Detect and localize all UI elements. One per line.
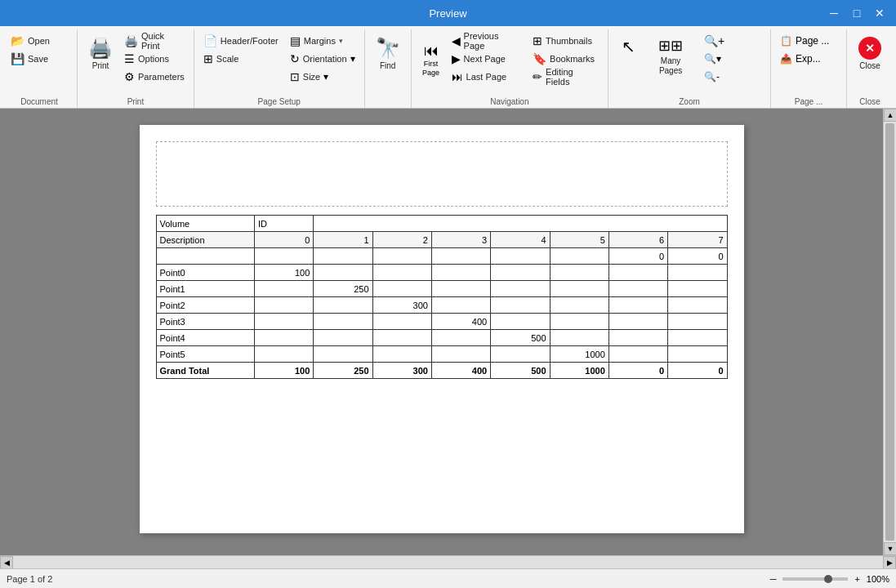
quick-print-icon: 🖨️ xyxy=(124,34,138,47)
previous-page-icon: ◀ xyxy=(452,34,461,47)
table-row: Point5 1000 xyxy=(156,346,727,363)
table-cell xyxy=(668,314,727,330)
print-icon: 🖨️ xyxy=(88,37,113,60)
scroll-up-button[interactable]: ▲ xyxy=(884,109,896,122)
restore-button[interactable]: □ xyxy=(847,4,867,22)
previous-page-button[interactable]: ◀ Previous Page xyxy=(448,33,525,49)
thumbnails-button[interactable]: ⊞ Thumbnails xyxy=(528,33,603,49)
editing-fields-button[interactable]: ✏ Editing Fields xyxy=(528,69,603,85)
table-cell: 0 xyxy=(255,232,314,248)
table-cell xyxy=(431,265,490,281)
table-cell xyxy=(255,248,314,265)
find-button[interactable]: 🔭 Find xyxy=(370,33,406,87)
margins-button[interactable]: ▤ Margins ▾ xyxy=(286,33,359,49)
zoom-slider-thumb[interactable] xyxy=(824,575,832,583)
previous-page-label: Previous Page xyxy=(464,31,521,51)
table-cell: 3 xyxy=(431,232,490,248)
scroll-left-button[interactable]: ◀ xyxy=(0,556,13,569)
table-cell: ID xyxy=(255,216,314,232)
print-button[interactable]: 🖨️ Print xyxy=(82,33,118,87)
table-row: Point2 300 xyxy=(156,297,727,314)
save-button[interactable]: 💾 Save xyxy=(7,51,72,67)
table-cell: 0 xyxy=(608,363,667,379)
table-cell: Grand Total xyxy=(156,363,255,379)
zoom-in-button[interactable]: 🔍+ xyxy=(700,33,765,49)
parameters-button[interactable]: ⚙ Parameters xyxy=(120,69,189,85)
cursor-icon: ↖ xyxy=(622,37,635,56)
scroll-down-button[interactable]: ▼ xyxy=(884,542,896,555)
scroll-right-button[interactable]: ▶ xyxy=(883,556,896,569)
table-cell xyxy=(550,297,608,314)
open-button[interactable]: 📂 Open xyxy=(7,33,72,49)
header-footer-button[interactable]: 📄 Header/Footer xyxy=(199,33,283,49)
table-cell xyxy=(668,281,727,297)
table-cell xyxy=(314,330,372,346)
first-page-button[interactable]: ⏮ FirstPage xyxy=(417,33,446,87)
last-page-button[interactable]: ⏭ Last Page xyxy=(448,69,525,85)
close-label: Close xyxy=(859,61,880,71)
table-cell xyxy=(314,216,727,232)
zoom-items: ↖ ⊞⊞ Many Pages 🔍+ 🔍▾ 🔍- xyxy=(613,31,765,96)
many-pages-label: Many Pages xyxy=(649,56,693,76)
table-cell xyxy=(550,330,608,346)
scale-button[interactable]: ⊞ Scale xyxy=(199,51,283,67)
table-cell: 0 xyxy=(668,248,727,265)
zoom-out-button[interactable]: 🔍- xyxy=(700,69,765,85)
options-button[interactable]: ☰ Options xyxy=(120,51,189,67)
zoom-level: 100% xyxy=(867,574,889,584)
table-cell: 100 xyxy=(255,265,314,281)
scale-icon: ⊞ xyxy=(203,52,213,65)
table-cell: 0 xyxy=(668,363,727,379)
table-cell xyxy=(608,281,667,297)
options-icon: ☰ xyxy=(124,52,135,65)
table-cell xyxy=(372,265,431,281)
first-page-label: FirstPage xyxy=(422,60,439,78)
zoom-minus-button[interactable]: ─ xyxy=(770,574,777,584)
orientation-button[interactable]: ↻ Orientation ▾ xyxy=(286,51,359,67)
export-btn[interactable]: 📤 Exp... xyxy=(776,51,841,67)
scroll-thumb[interactable] xyxy=(885,123,894,541)
export-label: Exp... xyxy=(796,53,821,65)
zoom-group: ↖ ⊞⊞ Many Pages 🔍+ 🔍▾ 🔍- xyxy=(610,29,771,108)
table-cell: 6 xyxy=(608,232,667,248)
document-group-items: 📂 Open 💾 Save xyxy=(7,31,72,96)
bookmarks-button[interactable]: 🔖 Bookmarks xyxy=(528,51,603,67)
bookmarks-icon: 🔖 xyxy=(533,52,546,65)
page-canvas[interactable]: Volume ID Description 0 1 2 3 4 5 6 xyxy=(0,109,883,555)
table-cell: Description xyxy=(156,232,255,248)
main-area: Volume ID Description 0 1 2 3 4 5 6 xyxy=(0,109,896,555)
next-page-button[interactable]: ▶ Next Page xyxy=(448,51,525,67)
size-button[interactable]: ⊡ Size ▾ xyxy=(286,69,359,85)
minimize-button[interactable]: ─ xyxy=(824,4,844,22)
page-btn[interactable]: 📋 Page ... xyxy=(776,33,841,49)
table-cell: Point1 xyxy=(156,281,255,297)
page-export-items: 📋 Page ... 📤 Exp... xyxy=(776,31,841,96)
zoom-plus-button[interactable]: + xyxy=(854,574,859,584)
table-cell: 1 xyxy=(314,232,372,248)
table-cell xyxy=(491,281,550,297)
table-cell xyxy=(491,265,550,281)
many-pages-button[interactable]: ⊞⊞ Many Pages xyxy=(643,33,698,87)
cursor-button[interactable]: ↖ xyxy=(613,33,643,87)
ribbon-main: 📂 Open 💾 Save Document 🖨️ Print xyxy=(0,26,896,108)
first-page-icon: ⏮ xyxy=(424,42,439,60)
find-icon: 🔭 xyxy=(376,37,400,60)
close-button[interactable]: ✕ Close xyxy=(852,33,888,87)
table-cell: 0 xyxy=(608,248,667,265)
table-row: Point4 500 xyxy=(156,330,727,346)
zoom-combo-button[interactable]: 🔍▾ xyxy=(700,51,765,67)
table-cell: 400 xyxy=(431,314,490,330)
hscroll-track[interactable] xyxy=(13,556,883,569)
table-cell xyxy=(372,330,431,346)
quick-print-button[interactable]: 🖨️ Quick Print xyxy=(120,33,189,49)
zoom-slider[interactable] xyxy=(782,577,848,581)
page-header-area xyxy=(156,141,728,207)
horizontal-scrollbar[interactable]: ◀ ▶ xyxy=(0,555,896,568)
next-page-icon: ▶ xyxy=(452,52,461,65)
vertical-scrollbar[interactable]: ▲ ▼ xyxy=(883,109,896,555)
table-cell xyxy=(668,265,727,281)
close-window-button[interactable]: ✕ xyxy=(870,4,889,22)
table-cell: 500 xyxy=(491,363,550,379)
table-cell: Point2 xyxy=(156,297,255,314)
table-row: Point0 100 xyxy=(156,265,727,281)
